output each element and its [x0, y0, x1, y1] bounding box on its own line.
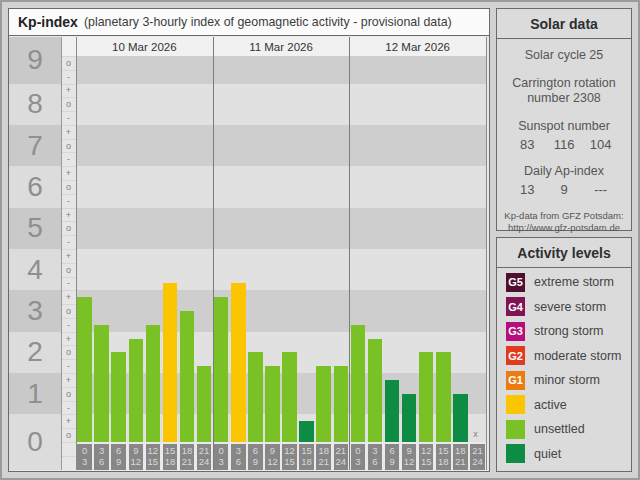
legend-label: severe storm [534, 300, 606, 314]
kp-bar [163, 283, 178, 442]
sunspot-values: 83 116 104 [497, 137, 631, 152]
legend-swatch: G3 [506, 322, 525, 341]
sunspot-value-day2: 116 [546, 137, 583, 152]
y-subtick: + [61, 334, 76, 344]
ap-value-day2: 9 [546, 182, 583, 197]
time-end: 24 [334, 456, 349, 467]
time-label-box: 912 [129, 444, 144, 470]
solar-data-title: Solar data [497, 9, 631, 39]
time-start: 15 [163, 445, 178, 456]
time-end: 6 [368, 456, 383, 467]
y-subtick: + [61, 168, 76, 178]
y-subtick: + [61, 292, 76, 302]
date-cell: 12 Mar 2026 [349, 37, 486, 56]
legend-swatch [506, 395, 525, 414]
time-end: 15 [419, 456, 434, 467]
y-axis-number: 5 [27, 212, 43, 244]
plot-band [76, 166, 486, 207]
kp-bar [385, 380, 400, 442]
time-start: 12 [146, 445, 161, 456]
legend-label: strong storm [534, 324, 603, 338]
time-end: 12 [265, 456, 280, 467]
data-source-line1: Kp-data from GFZ Potsdam: [497, 210, 631, 222]
y-axis-band: 8 [9, 84, 61, 125]
chart-title: Kp-index [18, 14, 78, 30]
y-axis-number: 6 [27, 171, 43, 203]
time-label-box: 36 [368, 444, 383, 470]
y-subtick: o [61, 389, 76, 399]
time-end: 18 [299, 456, 314, 467]
y-subtick: o [61, 141, 76, 151]
legend-row: G2moderate storm [497, 346, 631, 365]
y-axis-band: 4 [9, 249, 61, 290]
sunspot-label: Sunspot number [497, 119, 631, 134]
solar-cycle-text: Solar cycle 25 [497, 48, 631, 63]
time-label-box: 1215 [282, 444, 297, 470]
time-label-box: 912 [402, 444, 417, 470]
time-label-box: 1821 [180, 444, 195, 470]
chart-title-bar: Kp-index (planetary 3-hourly index of ge… [9, 9, 489, 36]
y-subtick: - [61, 154, 76, 164]
time-start: 21 [470, 445, 485, 456]
kp-bar [453, 394, 468, 442]
time-end: 21 [453, 456, 468, 467]
kp-bar [282, 352, 297, 442]
time-label-box: 69 [111, 444, 126, 470]
activity-levels-panel: Activity levels G5extreme stormG4severe … [496, 237, 632, 472]
kp-bar [214, 297, 229, 442]
plot-band [76, 290, 486, 331]
solar-data-panel: Solar data Solar cycle 25 Carrington rot… [496, 8, 632, 231]
time-start: 12 [419, 445, 434, 456]
carrington-text: Carrington rotation number 2308 [497, 76, 631, 106]
data-source-line2: http://www.gfz-potsdam.de [497, 222, 631, 234]
y-axis-number: 7 [27, 130, 43, 162]
legend-swatch: G1 [506, 371, 525, 390]
time-start: 6 [385, 445, 400, 456]
kp-bar [265, 366, 280, 442]
y-subtick: - [61, 320, 76, 330]
time-label-box: 1821 [316, 444, 331, 470]
time-label-box: 03 [214, 444, 229, 470]
chart-subtitle: (planetary 3-hourly index of geomagnetic… [84, 15, 452, 29]
time-label-box: 36 [231, 444, 246, 470]
time-label-box: 36 [94, 444, 109, 470]
y-subtick: - [61, 278, 76, 288]
time-start: 6 [111, 445, 126, 456]
time-label-box: 2124 [334, 444, 349, 470]
legend-swatch [506, 420, 525, 439]
time-start: 0 [214, 445, 229, 456]
kp-bar [111, 352, 126, 442]
kp-chart-panel: Kp-index (planetary 3-hourly index of ge… [8, 8, 490, 472]
y-subtick: o [61, 306, 76, 316]
time-start: 9 [265, 445, 280, 456]
legend-row: G3strong storm [497, 322, 631, 341]
y-subtick: - [61, 113, 76, 123]
gfz-kp-index-screen: Kp-index (planetary 3-hourly index of ge… [0, 0, 640, 480]
time-label-box: 03 [351, 444, 366, 470]
y-subtick: + [61, 85, 76, 95]
y-axis-band: 6 [9, 166, 61, 207]
y-axis-band: 0 [9, 414, 61, 470]
y-subtick: o [61, 223, 76, 233]
legend-row: G5extreme storm [497, 273, 631, 292]
time-label-box: 69 [385, 444, 400, 470]
legend-label: quiet [534, 447, 561, 461]
time-end: 24 [470, 456, 485, 467]
time-start: 0 [77, 445, 92, 456]
plot-band [76, 56, 486, 84]
plot-band [76, 249, 486, 290]
ap-value-day3: --- [582, 182, 619, 197]
y-subtick: o [61, 265, 76, 275]
time-start: 6 [248, 445, 263, 456]
time-end: 18 [436, 456, 451, 467]
time-end: 21 [180, 456, 195, 467]
data-source-note: Kp-data from GFZ Potsdam: http://www.gfz… [497, 210, 631, 233]
activity-levels-title: Activity levels [497, 238, 631, 268]
y-axis-number: 3 [27, 295, 43, 327]
date-cell: 10 Mar 2026 [76, 37, 213, 56]
time-start: 18 [453, 445, 468, 456]
time-end: 15 [282, 456, 297, 467]
x-axis-time-labels: 0336699121215151818212124033669912121515… [76, 444, 486, 470]
kp-bar [231, 283, 246, 442]
time-start: 9 [129, 445, 144, 456]
